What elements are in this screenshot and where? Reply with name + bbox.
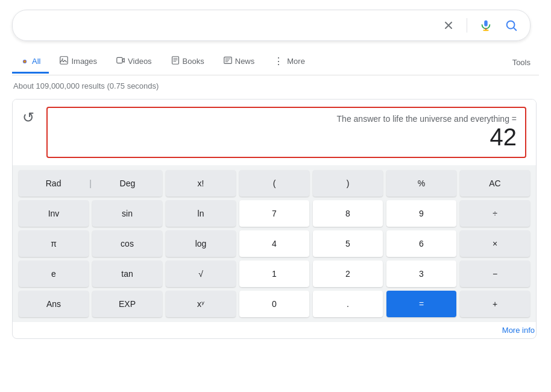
clear-button[interactable]	[440, 17, 457, 34]
tab-more[interactable]: ⋮ More	[265, 49, 313, 75]
tab-books-label: Books	[183, 57, 204, 66]
inv-button[interactable]: Inv	[19, 200, 89, 227]
history-icon: ↺	[22, 109, 34, 126]
search-tabs: All Images Videos Books News ⋮ More Tool…	[12, 49, 539, 75]
calc-result-area: The answer to life the universe and ever…	[46, 107, 526, 158]
calc-answer: 42	[56, 124, 517, 151]
search-input[interactable]: the answer to life, the universe, and ev…	[22, 19, 440, 32]
calc-display: ↺ The answer to life the universe and ev…	[13, 100, 536, 165]
tab-videos-label: Videos	[128, 57, 152, 66]
tab-all[interactable]: All	[12, 51, 49, 74]
search-bar: the answer to life, the universe, and ev…	[12, 10, 531, 41]
calc-row-4: e tan √ 1 2 3 −	[19, 261, 530, 287]
svg-rect-8	[117, 57, 122, 63]
svg-point-7	[62, 58, 63, 60]
zero-button[interactable]: 0	[239, 291, 309, 317]
dot-button[interactable]: .	[313, 291, 383, 317]
deg-button[interactable]: Deg	[93, 170, 162, 197]
results-count: About 109,000,000 results (0.75 seconds)	[12, 81, 539, 90]
search-button[interactable]	[502, 16, 520, 34]
pi-button[interactable]: π	[19, 230, 89, 257]
calc-row-5: Ans EXP xʸ 0 . = +	[19, 291, 530, 317]
rad-button[interactable]: Rad	[19, 170, 88, 197]
eight-button[interactable]: 8	[313, 200, 383, 227]
videos-icon	[116, 56, 125, 66]
images-icon	[60, 56, 68, 66]
tools-button[interactable]: Tools	[504, 52, 539, 73]
calc-row-1: Rad | Deg x! ( ) % AC	[19, 170, 530, 197]
equals-button[interactable]: =	[386, 291, 456, 317]
power-button[interactable]: xʸ	[166, 291, 236, 317]
svg-rect-9	[172, 57, 178, 64]
svg-rect-6	[60, 57, 68, 64]
percent-button[interactable]: %	[386, 170, 456, 197]
tan-button[interactable]: tan	[92, 261, 162, 287]
five-button[interactable]: 5	[313, 230, 383, 257]
tab-images-label: Images	[71, 57, 97, 66]
divide-button[interactable]: ÷	[460, 200, 530, 227]
calc-expression: The answer to life the universe and ever…	[56, 114, 517, 124]
sin-button[interactable]: sin	[92, 200, 162, 227]
close-paren-button[interactable]: )	[313, 170, 383, 197]
more-dots-icon: ⋮	[274, 55, 284, 67]
four-button[interactable]: 4	[239, 230, 309, 257]
all-icon	[20, 57, 29, 66]
ac-button[interactable]: AC	[460, 170, 530, 197]
tab-all-label: All	[32, 57, 40, 66]
two-button[interactable]: 2	[313, 261, 383, 287]
calculator-widget: ↺ The answer to life the universe and ev…	[12, 99, 537, 339]
nine-button[interactable]: 9	[386, 200, 456, 227]
svg-point-5	[24, 61, 25, 62]
more-info-link[interactable]: More info	[13, 322, 536, 338]
rad-deg-separator: |	[89, 170, 92, 197]
rad-deg-group: Rad | Deg	[19, 170, 162, 197]
e-button[interactable]: e	[19, 261, 89, 287]
calc-row-3: π cos log 4 5 6 ×	[19, 230, 530, 257]
ans-button[interactable]: Ans	[19, 291, 89, 317]
tab-videos[interactable]: Videos	[108, 50, 160, 74]
plus-button[interactable]: +	[460, 291, 530, 317]
news-icon	[224, 56, 232, 66]
calc-buttons: Rad | Deg x! ( ) % AC	[13, 165, 536, 322]
log-button[interactable]: log	[166, 230, 236, 257]
open-paren-button[interactable]: (	[239, 170, 309, 197]
tab-news[interactable]: News	[215, 50, 263, 74]
factorial-button[interactable]: x!	[166, 170, 236, 197]
six-button[interactable]: 6	[386, 230, 456, 257]
exp-button[interactable]: EXP	[92, 291, 162, 317]
tab-more-label: More	[287, 57, 305, 66]
one-button[interactable]: 1	[239, 261, 309, 287]
cos-button[interactable]: cos	[92, 230, 162, 257]
minus-button[interactable]: −	[460, 261, 530, 287]
tab-images[interactable]: Images	[51, 50, 105, 74]
tab-news-label: News	[235, 57, 255, 66]
calc-row-2: Inv sin ln 7 8 9 ÷	[19, 200, 530, 227]
calc-history-button[interactable]: ↺	[22, 107, 46, 158]
mic-button[interactable]	[477, 16, 495, 34]
sqrt-button[interactable]: √	[166, 261, 236, 287]
ln-button[interactable]: ln	[166, 200, 236, 227]
three-button[interactable]: 3	[386, 261, 456, 287]
seven-button[interactable]: 7	[239, 200, 309, 227]
tab-books[interactable]: Books	[163, 50, 213, 74]
svg-rect-0	[484, 21, 488, 27]
books-icon	[171, 56, 180, 66]
multiply-button[interactable]: ×	[460, 230, 530, 257]
